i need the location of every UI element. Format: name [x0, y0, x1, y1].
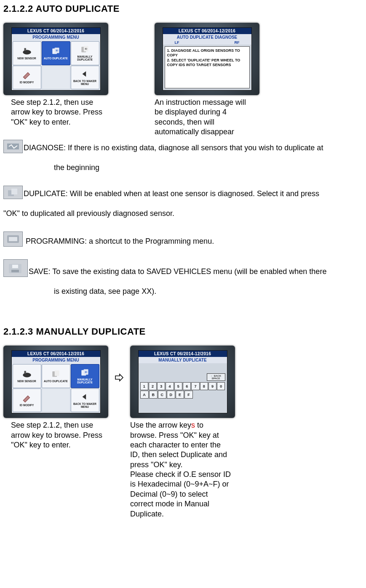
keypad-key: 3 [157, 382, 165, 390]
arrow-right-icon [114, 346, 124, 445]
tile-id-modify: ID MODIFY [13, 66, 41, 90]
keypad-key: C [158, 391, 166, 399]
keypad-key: 4 [166, 382, 174, 390]
def-diagnose-line1: DIAGNOSE: If there is no existing data, … [24, 143, 323, 152]
screen-header: LEXUS CT 06/2014-12/2016 [139, 351, 227, 357]
tile-label: MANUALLY DUPLICATE [71, 378, 99, 384]
keypad-key: E [176, 391, 184, 399]
keypad-key: B [149, 391, 158, 399]
manual-duplicate-icon: ID [80, 45, 91, 54]
tile-label: MANUALLY DUPLICATE [71, 55, 99, 61]
screen-header: LEXUS CT 06/2014-12/2016 [12, 351, 100, 357]
tile-label: NEW SENSOR [16, 380, 37, 383]
instruction-box: 1. DIAGNOSE ALL ORIGIN SENSORS TO COPY 2… [165, 46, 250, 88]
svg-rect-19 [54, 370, 59, 376]
tile-id-modify: ID MODIFY [13, 388, 41, 412]
keypad-key: 2 [149, 382, 157, 390]
def-programming: PROGRAMMING: a shortcut to the Programmi… [24, 237, 214, 245]
duplicate-thumb-icon [3, 186, 23, 199]
svg-rect-14 [12, 265, 18, 268]
tile-label: AUTO DUPLICATE [43, 57, 69, 60]
screen-header: LEXUS CT 06/2014-12/2016 [163, 28, 251, 34]
tile-label: BACK TO MAKER MENU [71, 80, 99, 85]
save-thumb-icon [3, 259, 28, 277]
device-photo-manual-duplicate-keypad: LEXUS CT 06/2014-12/2016 MANUALLY DUPLIC… [130, 346, 235, 418]
tile-manually-duplicate-selected: ID MANUALLY DUPLICATE [71, 364, 99, 388]
svg-point-16 [23, 373, 31, 378]
tile-label: ID MODIFY [19, 81, 35, 84]
screen-title: PROGRAMMING MENU [12, 34, 100, 40]
keypad-key: 0 [217, 382, 225, 390]
tile-empty [42, 388, 70, 412]
keypad-key: 5 [174, 382, 182, 390]
sensor-icon [21, 47, 32, 56]
lf-rf-row: LF RF [163, 40, 251, 45]
backspace-key: ← BACK SPACE [207, 373, 225, 381]
screen-header: LEXUS CT 06/2014-12/2016 [12, 28, 100, 34]
auto-duplicate-icon: ID [51, 47, 61, 56]
section-heading-manually-duplicate: 2.1.2.3 MANUALLY DUPLICATE [3, 326, 363, 337]
tile-empty [42, 66, 70, 90]
svg-rect-15 [11, 270, 19, 272]
tile-new-sensor: NEW SENSOR [13, 364, 41, 388]
figure-row-2: LEXUS CT 06/2014-12/2016 PROGRAMMING MEN… [3, 346, 363, 519]
back-arrow-icon [80, 69, 91, 79]
screen-title: MANUALLY DUPLICATE [139, 357, 227, 363]
tile-back-to-maker: BACK TO MAKER MENU [71, 388, 99, 412]
caption-right-2: Use the arrow keys to browse. Press "OK"… [130, 420, 231, 519]
def-duplicate-line1: DUPLICATE: Will be enabled when at least… [24, 189, 319, 198]
device-photo-programming-menu: LEXUS CT 06/2014-12/2016 PROGRAMMING MEN… [3, 23, 108, 95]
def-save-line2: is existing data, see page XX). [54, 286, 363, 297]
tile-back-to-maker: BACK TO MAKER MENU [71, 66, 99, 90]
hex-keypad: ← BACK SPACE 1234567890 ABCDEF [140, 373, 225, 404]
svg-point-0 [23, 50, 31, 55]
caption-left-1: See step 2.1.2, then use arrow key to br… [11, 98, 108, 127]
svg-text:ID: ID [85, 370, 87, 373]
caption-text: Please check if O.E sensor ID is Hexadec… [130, 470, 231, 518]
def-diagnose-line2: the beginning [54, 162, 363, 173]
figure-row-1: LEXUS CT 06/2014-12/2016 PROGRAMMING MEN… [3, 23, 363, 137]
caption-text: Use the arrow key [130, 421, 191, 429]
caption-text-highlight: s [191, 421, 195, 429]
diagnose-thumb-icon [3, 140, 23, 153]
keypad-key: 1 [140, 382, 148, 390]
keypad-key: 9 [208, 382, 216, 390]
keypad-key: 8 [200, 382, 208, 390]
screen-title: AUTO DUPLICATE DIAGNOSE [163, 34, 251, 40]
svg-text:ID: ID [56, 49, 58, 52]
def-save-line1: SAVE: To save the existing data to SAVED… [29, 267, 326, 276]
tile-label: BACK TO MAKER MENU [71, 402, 99, 408]
svg-rect-10 [11, 189, 17, 194]
device-photo-programming-menu-2: LEXUS CT 06/2014-12/2016 PROGRAMMING MEN… [3, 346, 108, 418]
tile-auto-duplicate: AUTO DUPLICATE [42, 364, 70, 388]
programming-thumb-icon [3, 231, 23, 247]
definitions-block: DIAGNOSE: If there is no existing data, … [3, 140, 363, 297]
caption-right-1: An instruction message will be displayed… [155, 98, 251, 137]
tile-manually-duplicate: ID MANUALLY DUPLICATE [71, 41, 99, 65]
id-modify-icon [21, 71, 32, 80]
lf-label: LF [175, 40, 179, 45]
device-photo-auto-duplicate-diagnose: LEXUS CT 06/2014-12/2016 AUTO DUPLICATE … [155, 23, 259, 95]
tile-auto-duplicate-selected: ID AUTO DUPLICATE [42, 41, 70, 65]
svg-text:ID: ID [85, 48, 87, 50]
rf-label: RF [235, 40, 240, 45]
tile-label: ID MODIFY [19, 404, 35, 407]
svg-rect-12 [9, 237, 17, 241]
tile-label: NEW SENSOR [16, 57, 37, 60]
tile-new-sensor: NEW SENSOR [13, 41, 41, 65]
screen-title: PROGRAMMING MENU [12, 357, 100, 363]
keypad-key: D [167, 391, 175, 399]
svg-rect-17 [24, 371, 26, 373]
keypad-key: 7 [191, 382, 199, 390]
keypad-key: 6 [183, 382, 191, 390]
keypad-key: A [140, 391, 149, 399]
def-duplicate-line2: "OK" to duplicated all previously diagno… [3, 208, 363, 219]
keypad-key: F [184, 391, 193, 399]
tile-label: AUTO DUPLICATE [43, 380, 69, 383]
caption-left-2: See step 2.1.2, then use arrow key to br… [11, 420, 108, 450]
section-heading-auto-duplicate: 2.1.2.2 AUTO DUPLICATE [3, 3, 363, 14]
svg-rect-1 [24, 48, 26, 51]
